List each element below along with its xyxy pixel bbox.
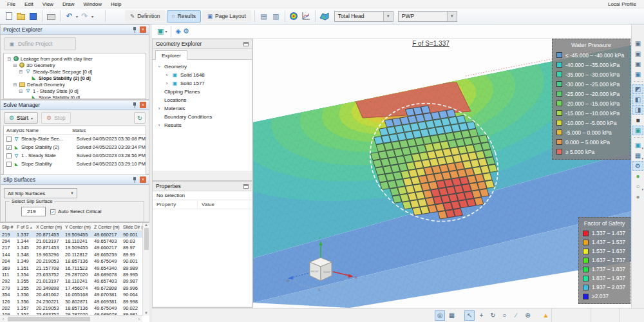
geometry-tree-item[interactable]: ›▣Solid 1577 (154, 79, 251, 88)
zoom-window-icon[interactable]: ⊕ (522, 310, 533, 321)
view-isometric-icon[interactable]: ◩ (632, 84, 643, 94)
orbit-icon[interactable]: ↻ (488, 310, 498, 321)
orbit-view-icon[interactable]: ▣ (632, 126, 643, 135)
draw-solid-icon[interactable]: ▣▾ (157, 27, 167, 35)
collapse-icon[interactable]: ⊟ (19, 89, 23, 93)
float-window-icon[interactable] (243, 42, 249, 46)
page-layout-button[interactable]: ▣Page Layout (202, 10, 251, 23)
table-row[interactable]: 3691.35121.15770816.71152349.65434089.98… (0, 265, 142, 271)
pin-icon[interactable] (132, 27, 137, 33)
table-row[interactable]: 2791.35520.34989817.45607449.67280889.99… (0, 285, 142, 291)
table-row[interactable]: 2921.35521.01319718.11024149.65740389.98… (0, 278, 142, 285)
start-button[interactable]: ⚙Start▾ (4, 112, 38, 124)
auto-select-critical-checkbox[interactable]: ✓ Auto Select Critical (50, 209, 102, 214)
factor-of-safety-legend[interactable]: Factor of Safety 1.337 – 1.4371.437 – 1.… (578, 217, 630, 304)
chevron-icon[interactable]: › (164, 72, 169, 78)
tab-explorer[interactable]: Explorer (155, 50, 187, 60)
column-header[interactable]: X Center (m) (35, 225, 64, 229)
close-icon[interactable]: × (140, 176, 146, 183)
contour-plot-icon[interactable] (289, 11, 299, 22)
chevron-icon[interactable]: › (164, 80, 169, 86)
pin-icon[interactable] (132, 102, 137, 108)
analysis-row[interactable]: ◣Slope StabilitySolved 04/05/2023 03:29:… (4, 160, 146, 168)
table-row[interactable]: 1441.34819.96329620.11281249.66523989.99 (0, 251, 142, 258)
table-row[interactable]: 2171.34520.87145319.50945549.66021789.97 (0, 245, 142, 251)
chevron-icon[interactable]: › (156, 122, 162, 128)
print-icon[interactable] (46, 11, 57, 22)
geometry-tree-item[interactable]: ›Results (154, 121, 251, 129)
definition-button[interactable]: ✎Definition (125, 10, 166, 23)
column-header[interactable]: Analysis Name (6, 128, 72, 133)
define-project-button[interactable]: ▣ Define Project (4, 37, 76, 50)
3d-viewport[interactable]: S W FRONT RIGHT Y X F of S=1.337 Water P… (252, 39, 631, 308)
project-tree-item[interactable]: ⊟3D Geometry (5, 62, 144, 68)
column-header[interactable]: Y Center (m) (64, 225, 93, 229)
menu-draw[interactable]: Draw (58, 1, 79, 7)
secondary-contour-select[interactable]: PWP▼ (398, 11, 457, 22)
column-header[interactable]: F of S▲ (15, 225, 35, 229)
display-mesh-icon[interactable]: ▦▾ (632, 151, 643, 160)
collapse-icon[interactable]: ⊟ (19, 70, 23, 74)
menu-help[interactable]: Help (106, 1, 126, 7)
zoom-objects-icon[interactable]: ▣ (632, 49, 643, 59)
analysis-row[interactable]: ▽Steady-State See...Solved 04/05/2023 03… (4, 135, 146, 143)
collapse-icon[interactable]: ⊟ (13, 63, 17, 68)
table-row[interactable]: 1111.35423.63375229.28702049.68967889.99… (0, 271, 142, 278)
table-row[interactable]: 3541.35620.48166216.05516849.67038190.06… (0, 292, 142, 298)
column-header[interactable]: Status (72, 128, 86, 133)
zoom-region-icon[interactable]: ▣ (632, 70, 643, 79)
collapse-icon[interactable]: ⊟ (7, 57, 12, 61)
zoom-extents-icon[interactable]: ▣ (632, 39, 643, 48)
table-row[interactable]: 2191.33720.87145319.50945549.66021790.00… (0, 231, 142, 238)
contour-method-select[interactable]: Total Head▼ (334, 11, 393, 22)
column-header[interactable]: Z Center (m) (93, 225, 122, 229)
zoom-icon[interactable]: ○ (499, 310, 509, 321)
measure-icon[interactable]: ∕ (511, 310, 521, 321)
graph-icon[interactable] (301, 11, 312, 22)
document-view-icon[interactable]: ▥ (270, 11, 281, 22)
undo-caret-icon[interactable]: ▾ (76, 14, 78, 19)
project-tree-item[interactable]: ◣Slope Stability (2) [0 d] (5, 75, 144, 81)
display-solids-icon[interactable]: ▣▾ (632, 140, 643, 150)
view-shaded-icon[interactable]: ■ (632, 115, 643, 125)
project-tree-item[interactable]: ⊟▽Steady-State Seepage [0 d] (5, 68, 144, 75)
refresh-icon[interactable]: ↻ (134, 112, 146, 124)
horizontal-scrollbar[interactable]: ‹› (0, 315, 142, 322)
table-row[interactable]: 2941.34421.01319718.11024149.65740390.03 (0, 238, 142, 244)
warning-icon[interactable]: ▲ (540, 310, 551, 321)
chevron-icon[interactable]: › (156, 64, 162, 70)
water-pressure-legend[interactable]: Water Pressure ≤ -45.000 – -40.000 kPa-4… (552, 39, 630, 160)
profile-label[interactable]: Local Profile (608, 1, 641, 7)
project-tree-item[interactable]: ◣Slope Stability [0 d] (5, 94, 144, 99)
open-file-icon[interactable] (15, 11, 26, 22)
project-tree-item[interactable]: ⊟Default Geometry (5, 81, 144, 88)
menu-view[interactable]: View (38, 1, 58, 7)
table-row[interactable]: 1261.35624.23022130.80287149.66938189.99… (0, 298, 142, 305)
results-button[interactable]: ○Results (167, 10, 201, 23)
scroll-thumb[interactable] (8, 317, 90, 321)
view-front-icon[interactable]: ◨ (632, 105, 643, 115)
vertical-scrollbar[interactable]: ▲▼ (142, 223, 149, 316)
checkbox-icon[interactable] (6, 162, 12, 167)
grid-toggle-icon[interactable]: ▦ (446, 310, 457, 321)
save-file-icon[interactable] (28, 11, 39, 22)
show-axes-gear-icon[interactable]: ⚙ (632, 161, 643, 171)
report-view-icon[interactable]: ▤ (258, 11, 269, 22)
project-tree-item[interactable]: ⊟▽1 - Steady State [0 d] (5, 88, 144, 94)
pan-icon[interactable]: + (476, 310, 486, 321)
close-icon[interactable]: × (140, 26, 146, 33)
snap-toggle-icon[interactable]: ◎ (435, 310, 445, 321)
stop-button[interactable]: ⚙Stop (41, 112, 71, 124)
geometry-tree-item[interactable]: ›▣Solid 1648 (154, 71, 251, 79)
column-header[interactable]: Slip # (0, 225, 15, 229)
geometry-tree-item[interactable]: Boundary Conditions (154, 113, 251, 121)
solid-view-icon[interactable]: ◈ (175, 27, 180, 35)
collapse-icon[interactable]: ⊟ (13, 82, 17, 87)
analysis-row[interactable]: ▽1 - Steady StateSolved 04/05/2023 03:28… (4, 151, 146, 160)
geometry-tree-item[interactable]: ›Materials (154, 104, 251, 113)
select-cursor-icon[interactable]: ↖ (464, 310, 475, 321)
redo-icon[interactable]: ↷ (79, 11, 90, 22)
new-file-icon[interactable] (3, 11, 14, 22)
project-tree-item[interactable]: ⊟Leakage from pond with clay liner (5, 55, 144, 62)
point-display-icon[interactable]: ● (632, 192, 643, 202)
